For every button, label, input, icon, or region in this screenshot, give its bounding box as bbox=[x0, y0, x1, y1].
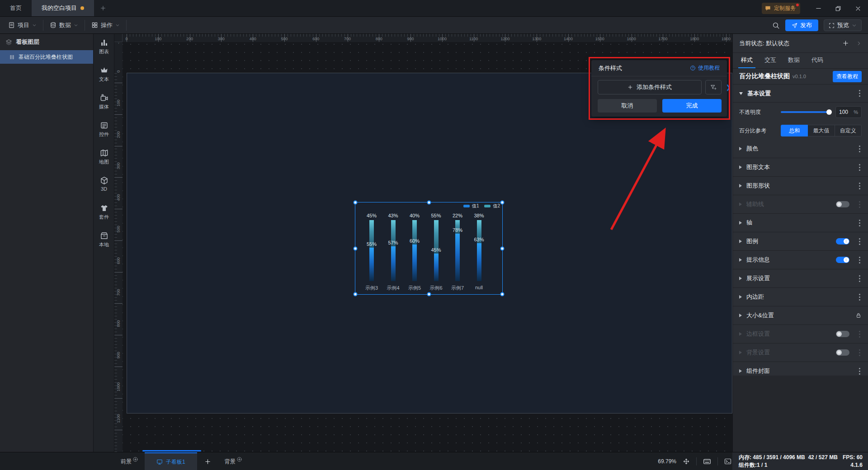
custom-service-badge[interactable]: 定制服务 bbox=[762, 3, 800, 14]
toggle-off[interactable] bbox=[836, 201, 849, 207]
section-边框设置[interactable]: 边框设置 bbox=[733, 325, 868, 343]
dock-item-套件[interactable]: 套件 bbox=[94, 204, 114, 221]
basic-settings-header[interactable]: 基本设置 bbox=[733, 84, 868, 103]
chevron-right-icon[interactable] bbox=[856, 41, 862, 46]
dock-item-控件[interactable]: 控件 bbox=[94, 121, 114, 138]
section-背景设置[interactable]: 背景设置 bbox=[733, 343, 868, 362]
circle-plus-icon[interactable] bbox=[132, 456, 138, 462]
menu-数据[interactable]: 数据 bbox=[43, 20, 85, 31]
kebab-menu-icon[interactable] bbox=[859, 296, 860, 298]
resize-handle-s[interactable] bbox=[427, 292, 431, 296]
filter-add-button[interactable] bbox=[705, 80, 722, 94]
inspector-tab-数据[interactable]: 数据 bbox=[788, 56, 800, 68]
tab-project[interactable]: 我的空白项目 bbox=[32, 0, 94, 16]
minimize-button[interactable] bbox=[808, 0, 828, 17]
slider-knob[interactable] bbox=[826, 109, 832, 115]
menu-项目[interactable]: 项目 bbox=[2, 20, 43, 31]
preview-button[interactable]: 预览 bbox=[824, 19, 862, 31]
dock-item-label: 媒体 bbox=[99, 103, 109, 110]
resize-handle-n[interactable] bbox=[427, 201, 431, 205]
view-tutorial-button[interactable]: 查看教程 bbox=[833, 71, 862, 82]
toggle-on[interactable] bbox=[836, 238, 849, 244]
section-颜色[interactable]: 颜色 bbox=[733, 140, 868, 158]
board-tab-active[interactable]: 子看板1 bbox=[145, 452, 197, 470]
kebab-menu-icon[interactable] bbox=[859, 222, 860, 224]
kebab-menu-icon[interactable] bbox=[859, 278, 860, 279]
toggle-off[interactable] bbox=[836, 349, 849, 356]
horizontal-scrollbar[interactable] bbox=[142, 450, 201, 451]
toggle-off[interactable] bbox=[836, 331, 849, 337]
section-图形文本[interactable]: 图形文本 bbox=[733, 158, 868, 177]
kebab-menu-icon[interactable] bbox=[859, 334, 860, 335]
section-提示信息[interactable]: 提示信息 bbox=[733, 251, 868, 269]
resize-handle-e[interactable] bbox=[500, 246, 505, 250]
media-icon bbox=[100, 94, 108, 102]
kebab-menu-icon[interactable] bbox=[859, 259, 860, 261]
circle-plus-icon[interactable] bbox=[236, 456, 242, 462]
dock-item-图表[interactable]: 图表 bbox=[94, 38, 114, 55]
inspector-tab-交互[interactable]: 交互 bbox=[764, 56, 776, 68]
percent-ref-option-自定义[interactable]: 自定义 bbox=[835, 125, 862, 136]
foreground-label: 前景 bbox=[121, 458, 132, 465]
add-board-button[interactable] bbox=[197, 452, 218, 470]
add-condition-style-button[interactable]: 添加条件样式 bbox=[598, 80, 702, 94]
close-button[interactable] bbox=[848, 0, 868, 17]
tab-home[interactable]: 首页 bbox=[0, 0, 32, 16]
resize-handle-sw[interactable] bbox=[354, 292, 358, 296]
ruler-h-label: 1200 bbox=[500, 37, 509, 41]
kebab-menu-icon[interactable] bbox=[859, 148, 860, 150]
section-展示设置[interactable]: 展示设置 bbox=[733, 269, 868, 288]
search-icon[interactable] bbox=[772, 22, 780, 29]
keyboard-shortcuts-icon[interactable] bbox=[703, 457, 711, 465]
kebab-menu-icon[interactable] bbox=[859, 185, 860, 187]
console-icon[interactable] bbox=[724, 458, 731, 465]
resize-handle-ne[interactable] bbox=[500, 201, 505, 205]
opacity-slider[interactable] bbox=[781, 111, 831, 113]
kebab-menu-icon[interactable] bbox=[859, 371, 860, 372]
dock-item-媒体[interactable]: 媒体 bbox=[94, 94, 114, 110]
lock-icon[interactable] bbox=[855, 312, 862, 319]
cancel-button[interactable]: 取消 bbox=[598, 99, 657, 113]
section-label: 图形文本 bbox=[746, 163, 770, 171]
dock-item-地图[interactable]: 地图 bbox=[94, 149, 114, 165]
layer-item-selected[interactable]: 基础百分比堆叠柱状图 bbox=[0, 50, 93, 64]
kebab-menu-icon[interactable] bbox=[859, 241, 860, 242]
zoom-level[interactable]: 69.79% bbox=[658, 458, 676, 465]
add-state-icon[interactable] bbox=[842, 40, 849, 47]
kebab-menu-icon[interactable] bbox=[859, 167, 860, 168]
fit-screen-icon[interactable] bbox=[683, 458, 690, 465]
new-tab-button[interactable] bbox=[94, 0, 112, 16]
toggle-on[interactable] bbox=[836, 257, 849, 263]
dock-item-文本[interactable]: 文本 bbox=[94, 66, 114, 83]
section-图例[interactable]: 图例 bbox=[733, 232, 868, 251]
kebab-menu-icon[interactable] bbox=[859, 352, 860, 353]
resize-handle-se[interactable] bbox=[500, 292, 505, 296]
canvas[interactable]: 0100200300400500600700800900100011001200… bbox=[114, 34, 732, 452]
triangle-right-icon bbox=[739, 314, 742, 317]
resize-handle-nw[interactable] bbox=[354, 201, 358, 205]
publish-button[interactable]: 发布 bbox=[785, 19, 818, 31]
kebab-menu-icon[interactable] bbox=[859, 204, 860, 205]
section-内边距[interactable]: 内边距 bbox=[733, 288, 868, 306]
section-轴[interactable]: 轴 bbox=[733, 214, 868, 232]
section-大小&位置[interactable]: 大小&位置 bbox=[733, 306, 868, 325]
inspector-tab-代码[interactable]: 代码 bbox=[811, 56, 823, 68]
background-button[interactable]: 背景 bbox=[218, 452, 249, 470]
inspector-tab-样式[interactable]: 样式 bbox=[741, 56, 753, 68]
menu-操作[interactable]: 操作 bbox=[85, 20, 127, 31]
tutorial-link[interactable]: 使用教程 bbox=[690, 64, 720, 72]
kebab-menu-icon[interactable] bbox=[859, 93, 860, 94]
foreground-button[interactable]: 前景 bbox=[114, 452, 145, 470]
dock-item-本地[interactable]: 本地 bbox=[94, 231, 114, 248]
confirm-button[interactable]: 完成 bbox=[662, 99, 722, 113]
section-图形形状[interactable]: 图形形状 bbox=[733, 177, 868, 195]
percent-ref-option-最大值[interactable]: 最大值 bbox=[808, 125, 835, 136]
board-tab-label: 子看板1 bbox=[166, 458, 185, 466]
opacity-input[interactable]: 100 % bbox=[835, 106, 862, 118]
percent-ref-option-总和[interactable]: 总和 bbox=[781, 125, 808, 136]
dock-item-3D[interactable]: 3D bbox=[94, 176, 114, 192]
resize-handle-w[interactable] bbox=[354, 246, 358, 250]
maximize-button[interactable] bbox=[828, 0, 848, 17]
section-辅助线[interactable]: 辅助线 bbox=[733, 195, 868, 214]
selection-box[interactable] bbox=[355, 202, 503, 295]
